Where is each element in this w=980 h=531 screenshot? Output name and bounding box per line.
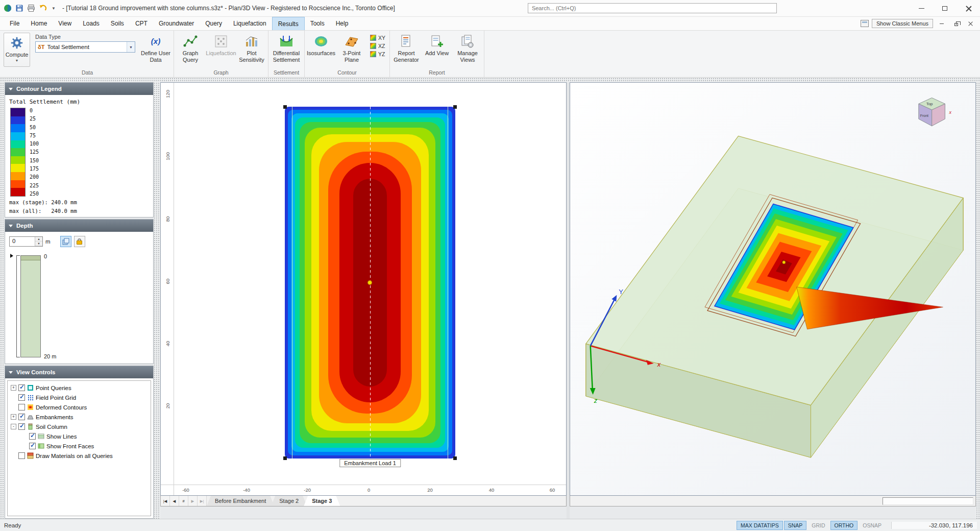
toggle-grid[interactable]: GRID	[807, 521, 829, 530]
checkbox-deformed-contours[interactable]	[18, 404, 25, 411]
panel-toggle-icon[interactable]	[861, 20, 869, 27]
report-generator-button[interactable]: Report Generator	[391, 32, 421, 69]
depth-panel: Depth 0 ▲▼ m	[5, 219, 154, 364]
define-user-data-button[interactable]: (x) Define User Data	[139, 32, 172, 69]
three-point-plane-button[interactable]: 3-Point Plane	[337, 32, 366, 69]
plan-view-canvas[interactable]: Embankment Load 1	[174, 83, 566, 485]
depth-marker-icon[interactable]	[10, 254, 13, 258]
tree-item-soil-column[interactable]: - Soil Column	[9, 422, 150, 431]
checkbox-show-front-faces[interactable]	[29, 443, 36, 449]
sidebar-splitter[interactable]	[154, 82, 160, 519]
tree-item-point-queries[interactable]: + Point Queries	[9, 383, 150, 393]
menu-results[interactable]: Results	[272, 17, 305, 30]
menu-home[interactable]: Home	[25, 17, 53, 30]
mdi-restore-button[interactable]	[950, 19, 962, 28]
corner-handle[interactable]	[283, 105, 287, 109]
checkbox-embankments[interactable]	[18, 414, 25, 420]
tab-stage-3[interactable]: Stage 3	[304, 496, 340, 506]
expander-icon[interactable]: +	[11, 414, 16, 420]
tab-before-embankment[interactable]: Before Embankment	[207, 496, 274, 506]
view-controls-header[interactable]: View Controls	[5, 366, 153, 378]
menu-tools[interactable]: Tools	[305, 17, 330, 30]
corner-handle[interactable]	[283, 456, 287, 460]
tree-item-deformed-contours[interactable]: Deformed Contours	[9, 402, 150, 412]
query-point-marker[interactable]	[368, 280, 372, 285]
depth-lock-button[interactable]	[74, 236, 85, 247]
undo-icon[interactable]	[38, 4, 47, 13]
compute-button[interactable]: Compute ▼	[4, 33, 30, 67]
tab-list-button[interactable]: #	[179, 496, 188, 506]
qat-customize-icon[interactable]: ▼	[50, 6, 57, 11]
checkbox-show-lines[interactable]	[29, 433, 36, 440]
menu-cpt[interactable]: CPT	[130, 17, 153, 30]
menu-loads[interactable]: Loads	[77, 17, 105, 30]
close-button[interactable]	[957, 0, 980, 16]
add-view-button[interactable]: Add View	[422, 32, 452, 69]
mdi-close-button[interactable]	[965, 19, 976, 28]
checkbox-point-queries[interactable]	[18, 384, 25, 391]
depth-layers-button[interactable]	[60, 236, 71, 247]
data-type-select[interactable]: δT Total Settlement ▼	[35, 41, 135, 53]
depth-input[interactable]: 0 ▲▼	[9, 236, 43, 247]
menu-liquefaction[interactable]: Liquefaction	[228, 17, 272, 30]
tab-prev-button[interactable]: ◀	[170, 496, 179, 506]
tab-first-button[interactable]: |◀	[161, 496, 170, 506]
corner-handle[interactable]	[453, 456, 457, 460]
embankment-load-contours[interactable]	[285, 107, 455, 458]
three-d-view[interactable]: x Y z Top Front	[570, 82, 976, 496]
liquefaction-button[interactable]: Liquefaction	[206, 32, 236, 69]
tree-item-embankments[interactable]: + Embankments	[9, 412, 150, 422]
menu-query[interactable]: Query	[200, 17, 228, 30]
tree-item-show-lines[interactable]: Show Lines	[9, 431, 150, 441]
save-icon[interactable]	[15, 4, 24, 13]
depth-spinner[interactable]: ▲▼	[35, 237, 42, 246]
ribbon-group-graph: Graph Query Liquefaction Plot Sensitivit…	[174, 31, 268, 77]
three-d-scene[interactable]: x Y z Top Front	[570, 83, 975, 495]
corner-handle[interactable]	[453, 105, 457, 109]
tab-next-button[interactable]: ▶	[188, 496, 198, 506]
contour-legend-header[interactable]: Contour Legend	[5, 83, 153, 95]
embankment-load-label[interactable]: Embankment Load 1	[339, 459, 401, 467]
toggle-ortho[interactable]: ORTHO	[830, 521, 858, 530]
tree-item-draw-materials[interactable]: Draw Materials on all Queries	[9, 451, 150, 461]
toggle-snap[interactable]: SNAP	[784, 521, 807, 530]
menu-soils[interactable]: Soils	[105, 17, 130, 30]
mdi-minimize-button[interactable]	[936, 19, 947, 28]
manage-views-button[interactable]: Manage Views	[453, 32, 482, 69]
checkbox-draw-materials[interactable]	[18, 452, 25, 459]
y-axis-label: Y	[619, 288, 623, 296]
expander-icon[interactable]: -	[11, 424, 16, 429]
expander-icon[interactable]: +	[11, 385, 16, 391]
menu-help[interactable]: Help	[330, 17, 354, 30]
maximize-button[interactable]	[933, 0, 957, 16]
tree-item-field-point-grid[interactable]: Field Point Grid	[9, 393, 150, 402]
plane-yz-button[interactable]: YZ	[369, 51, 387, 58]
three-point-plane-icon	[344, 34, 359, 49]
graph-query-button[interactable]: Graph Query	[176, 32, 205, 69]
left-dock-strip[interactable]	[0, 82, 5, 519]
isosurfaces-button[interactable]: Isosurfaces	[306, 32, 336, 69]
depth-header[interactable]: Depth	[5, 220, 153, 232]
tab-stage-2[interactable]: Stage 2	[271, 496, 307, 506]
contour-legend-panel: Contour Legend Total Settlement (mm)	[5, 82, 154, 218]
plot-sensitivity-button[interactable]: Plot Sensitivity	[237, 32, 266, 69]
checkbox-soil-column[interactable]	[18, 423, 25, 430]
tree-item-show-front-faces[interactable]: Show Front Faces	[9, 441, 150, 451]
plane-xy-button[interactable]: XY	[369, 34, 387, 41]
print-icon[interactable]	[27, 4, 36, 13]
checkbox-field-point-grid[interactable]	[18, 394, 25, 401]
differential-settlement-button[interactable]: Differential Settlement	[270, 32, 303, 69]
menu-groundwater[interactable]: Groundwater	[153, 17, 200, 30]
toggle-max-datatips[interactable]: MAX DATATIPS	[737, 521, 783, 530]
search-input[interactable]	[528, 3, 777, 13]
toggle-osnap[interactable]: OSNAP	[859, 521, 886, 530]
data-type-caret-icon[interactable]: ▼	[127, 42, 135, 52]
show-classic-menus-button[interactable]: Show Classic Menus	[872, 19, 933, 28]
horizontal-splitter[interactable]	[0, 78, 980, 82]
tab-last-button[interactable]: ▶|	[198, 496, 207, 506]
menu-file[interactable]: File	[4, 17, 25, 30]
menu-view[interactable]: View	[53, 17, 77, 30]
plane-xz-button[interactable]: XZ	[369, 42, 387, 50]
right-dock-strip[interactable]	[976, 82, 980, 519]
minimize-button[interactable]	[910, 0, 933, 16]
